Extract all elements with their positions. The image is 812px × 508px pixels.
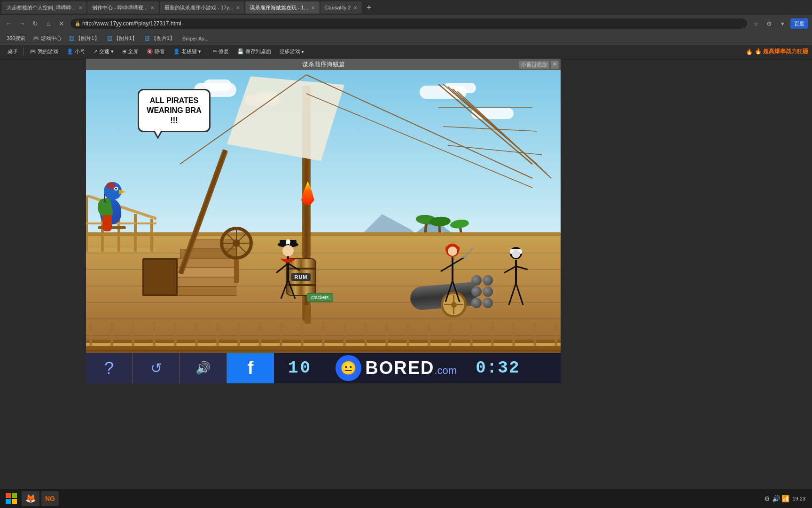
toolbar-account[interactable]: 👤 小号 <box>63 47 89 56</box>
firefox-icon: 🦊 <box>25 493 36 504</box>
toolbar-repair[interactable]: ✏ 修复 <box>209 47 233 56</box>
new-tab-button[interactable]: + <box>363 1 375 14</box>
toolbar-mygames-label: 我的游戏 <box>38 48 58 55</box>
game-window-mode-button[interactable]: 小窗口插放 <box>519 61 549 69</box>
parrot-perch <box>98 226 126 229</box>
svg-line-39 <box>306 75 532 178</box>
bookmark-360-label: 360搜索 <box>7 35 25 42</box>
tray-icons: ⚙ 🔊 📶 <box>764 495 790 502</box>
parrot <box>95 180 135 227</box>
start-button[interactable] <box>3 491 20 506</box>
tab-bar: 大庙柑榄的个人空间_哔哔哔... ✕ 创作中心 - 哔哔哔哔视... ✕ 最新的… <box>0 0 812 15</box>
bookmark-img2[interactable]: 🖼 【图片1】 <box>104 34 140 43</box>
toolbar-moregames-label: 更多游戏 ▸ <box>280 48 304 55</box>
parrot-necklace <box>104 194 111 203</box>
bookmark-sniper[interactable]: Sniper As... <box>180 35 211 42</box>
toolbar-fullscreen-icon: ⊞ <box>122 48 126 55</box>
toolbar-account-label: 小号 <box>75 48 85 55</box>
bookmark-gamecenter[interactable]: 🎮 游戏中心 <box>30 34 64 43</box>
bookmark-img3[interactable]: 🖼 【图片1】 <box>142 34 178 43</box>
bookmark-star-icon[interactable]: ☆ <box>751 18 761 29</box>
toolbar-sep-2 <box>207 48 207 56</box>
baidu-search-button[interactable]: 百度 <box>790 18 808 29</box>
bookmarks-bar: 360搜索 🎮 游戏中心 🖼 【图片1】 🖼 【图片1】 🖼 【图片1】 Sni… <box>0 32 812 45</box>
svg-line-51 <box>288 280 295 299</box>
pirate-black-svg <box>497 244 535 314</box>
replay-button[interactable]: ↺ <box>133 353 180 383</box>
bookmark-sniper-label: Sniper As... <box>182 36 209 41</box>
crackers-box: crackers <box>307 293 333 302</box>
bookmark-img1[interactable]: 🖼 【图片1】 <box>66 34 102 43</box>
settings-icon[interactable]: ⚙ <box>764 18 774 29</box>
game-window: 谋杀顺序海贼篇 小窗口插放 ✕ <box>86 59 561 383</box>
tab-1-close[interactable]: ✕ <box>78 5 82 10</box>
taskbar-firefox[interactable]: 🦊 <box>22 491 39 506</box>
address-bar: ← → ↻ ⌂ ✕ 🔒 http://www.17yy.com/f/play/1… <box>0 15 812 32</box>
sound-button[interactable]: 🔊 <box>180 353 227 383</box>
toolbar-hot-text: 🔥 超高爆率战力狂砸 <box>755 48 808 56</box>
tab-2[interactable]: 创作中心 - 哔哔哔哔视... ✕ <box>87 1 159 14</box>
toolbar-boss[interactable]: 👤 老板键 ▾ <box>170 47 205 56</box>
svg-line-56 <box>441 264 453 271</box>
refresh-button[interactable]: ↻ <box>30 18 40 29</box>
menu-icon[interactable]: ▾ <box>777 18 788 29</box>
fire-icon: 🔥 <box>746 48 753 55</box>
stop-button[interactable]: ✕ <box>56 18 67 29</box>
game-canvas[interactable]: RUM crackers <box>86 70 561 383</box>
facebook-button[interactable]: f <box>227 353 274 383</box>
taskbar-tray: ⚙ 🔊 📶 19:23 <box>764 495 809 502</box>
tab-2-close[interactable]: ✕ <box>150 5 154 10</box>
toolbar-account-icon: 👤 <box>67 48 73 55</box>
tab-2-label: 创作中心 - 哔哔哔哔视... <box>92 4 148 11</box>
bookmark-img3-label: 【图片1】 <box>151 35 175 42</box>
toolbar-mygames[interactable]: 🎮 我的游戏 <box>26 47 62 56</box>
toolbar-fullscreen[interactable]: ⊞ 全屏 <box>118 47 142 56</box>
bookmark-360[interactable]: 360搜索 <box>4 34 28 43</box>
toolbar-moregames[interactable]: 更多游戏 ▸ <box>276 47 308 56</box>
taskbar-ng-app[interactable]: NG <box>41 491 59 506</box>
toolbar-sep-1 <box>23 48 24 56</box>
game-title: 谋杀顺序海贼篇 <box>302 60 345 69</box>
svg-line-49 <box>288 263 300 270</box>
help-button[interactable]: ? <box>86 353 133 383</box>
svg-line-37 <box>448 145 542 155</box>
windows-taskbar: 🦊 NG ⚙ 🔊 📶 19:23 <box>0 489 812 508</box>
bored-text-group: BORED .com <box>365 358 457 378</box>
tab-5[interactable]: Causality 2 ✕ <box>320 1 362 14</box>
tab-4-active[interactable]: 谋杀顺序海贼篇在玩 - 1... ✕ <box>245 1 320 14</box>
tab-5-close[interactable]: ✕ <box>353 5 357 10</box>
game-window-close-button[interactable]: ✕ <box>551 61 559 69</box>
facebook-icon: f <box>248 358 254 378</box>
svg-line-50 <box>281 280 288 299</box>
tab-3-label: 最新的谋杀顺序小游戏 - 17y... <box>164 4 233 11</box>
tab-1[interactable]: 大庙柑榄的个人空间_哔哔哔... ✕ <box>2 1 86 14</box>
toolbar-mute[interactable]: 🔇 静音 <box>143 47 169 56</box>
tab-4-close[interactable]: ✕ <box>311 5 315 10</box>
tab-3[interactable]: 最新的谋杀顺序小游戏 - 17y... ✕ <box>160 1 244 14</box>
toolbar-repair-label: 修复 <box>219 48 229 55</box>
url-input[interactable]: 🔒 http://www.17yy.com/f/play/127317.html <box>70 18 748 29</box>
speech-bubble-text: ALL PIRATESWEARING BRA !!! <box>147 96 201 124</box>
svg-line-36 <box>443 127 537 131</box>
toolbar-save[interactable]: 💾 保存到桌面 <box>234 47 275 56</box>
steering-wheel-area <box>220 227 253 283</box>
svg-line-48 <box>276 263 288 273</box>
toolbar-desktop[interactable]: 桌子 <box>4 47 22 56</box>
home-button[interactable]: ⌂ <box>43 18 54 29</box>
bookmark-img1-label: 【图片1】 <box>76 35 99 42</box>
toolbar-boss-icon: 👤 <box>173 48 180 55</box>
bored-text: BORED <box>365 358 434 378</box>
toolbar-speed-icon: ↗ <box>94 48 98 55</box>
toolbar-speed[interactable]: ↗ 交速 ▾ <box>90 47 117 56</box>
toolbar-save-icon: 💾 <box>237 48 244 55</box>
ng-icon: NG <box>45 495 55 502</box>
url-text: http://www.17yy.com/f/play/127317.html <box>82 20 181 27</box>
svg-line-61 <box>453 281 460 302</box>
tab-3-close[interactable]: ✕ <box>236 5 240 10</box>
parrot-pupil <box>115 188 117 190</box>
speech-bubble: ALL PIRATESWEARING BRA !!! <box>138 89 211 132</box>
toolbar-mute-label: 静音 <box>155 48 165 55</box>
forward-button[interactable]: → <box>17 18 27 29</box>
back-button[interactable]: ← <box>4 18 14 29</box>
game-toolbar: 桌子 🎮 我的游戏 👤 小号 ↗ 交速 ▾ ⊞ 全屏 🔇 静音 👤 老板键 ▾ … <box>0 45 812 58</box>
